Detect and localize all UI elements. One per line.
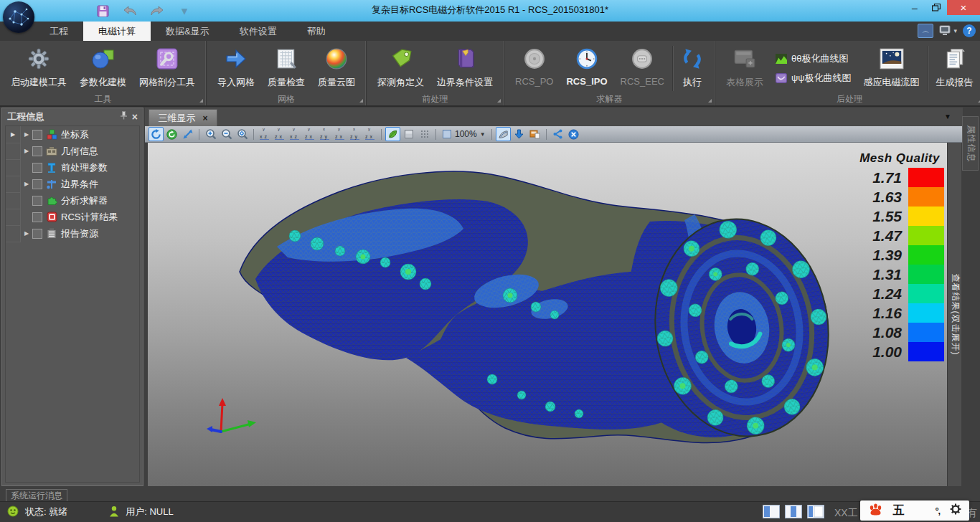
tree-item-geometry-info[interactable]: ▶ 几何信息 xyxy=(6,143,139,159)
tab-3d-display[interactable]: 三维显示 × xyxy=(149,109,217,126)
quality-cloud-button[interactable]: 质量云图 xyxy=(311,43,362,94)
help-button[interactable]: ? xyxy=(963,24,976,37)
view-orientation-button-2[interactable]: yzx xyxy=(273,127,287,141)
import-mesh-button[interactable]: 导入网格 xyxy=(211,43,261,94)
quick-access-more-button[interactable]: ▾ xyxy=(176,3,192,19)
probe-angle-button[interactable]: 探测角定义 xyxy=(371,43,430,94)
capture-window-button[interactable] xyxy=(527,127,542,141)
tree-checkbox[interactable] xyxy=(32,146,42,156)
system-messages-tab[interactable]: 系统运行消息 xyxy=(6,489,67,501)
ime-punctuation-button[interactable]: °, xyxy=(935,506,940,516)
launch-modeling-tool-button[interactable]: 启动建模工具 xyxy=(4,43,73,94)
pan-zoom-button[interactable] xyxy=(180,127,195,141)
view-orientation-button-7[interactable]: xzy xyxy=(348,127,362,141)
clear-view-button[interactable] xyxy=(566,127,581,141)
panel-close-button[interactable]: × xyxy=(132,111,138,123)
solver-rcs-ipo-button[interactable]: RCS_IPO xyxy=(560,43,613,94)
refresh-view-button[interactable] xyxy=(164,127,179,141)
shaded-view-button[interactable] xyxy=(385,127,400,141)
tab-em-computation[interactable]: 电磁计算 xyxy=(83,22,151,41)
zoom-level-dropdown[interactable]: 100% ▼ xyxy=(440,129,488,139)
ime-settings-gear-icon[interactable] xyxy=(950,503,961,518)
collapse-ribbon-button[interactable]: ︿ xyxy=(918,24,933,38)
tree-checkbox[interactable] xyxy=(32,130,42,140)
tab-data-display[interactable]: 数据&显示 xyxy=(151,22,225,41)
tree-item-label: 分析求解器 xyxy=(61,194,108,207)
tree-checkbox[interactable] xyxy=(32,229,42,239)
group-corner-arrow[interactable] xyxy=(199,99,203,103)
tree-checkbox[interactable] xyxy=(32,196,42,206)
expand-arrow[interactable]: ▶ xyxy=(21,148,32,154)
zoom-out-button[interactable] xyxy=(219,127,234,141)
tree-item-rcs-results[interactable]: RCS计算结果 xyxy=(6,209,139,225)
view-orientation-button-1[interactable]: yxz xyxy=(258,127,272,141)
expand-arrow[interactable]: ▶ xyxy=(21,181,32,187)
legend-swatch xyxy=(908,245,944,265)
redo-button[interactable] xyxy=(149,3,165,19)
meshing-tool-button[interactable]: 网格剖分工具 xyxy=(133,43,202,94)
view-orientation-button-5[interactable]: xzy xyxy=(318,127,332,141)
tree-item-preprocess-params[interactable]: 前处理参数 xyxy=(6,159,139,176)
group-corner-arrow[interactable] xyxy=(978,99,980,103)
solver-rcs-eec-button[interactable]: RCS_EEC xyxy=(614,43,671,94)
wireframe-view-button[interactable] xyxy=(401,127,416,141)
group-corner-arrow[interactable] xyxy=(497,99,501,103)
expand-arrow[interactable]: ▶ xyxy=(21,131,32,138)
psi-polarization-curve-button[interactable]: ψψ极化曲线图 xyxy=(776,72,852,85)
view-orientation-button-6[interactable]: yzx xyxy=(333,127,347,141)
undo-button[interactable] xyxy=(122,3,138,19)
ime-input-mode-button[interactable]: 五 xyxy=(893,503,905,518)
close-button[interactable]: × xyxy=(947,0,980,15)
share-export-button[interactable] xyxy=(550,127,565,141)
execute-button[interactable]: 执行 xyxy=(674,43,710,94)
legend-swatch xyxy=(908,284,944,303)
tree-item-report-resources[interactable]: ▶ 报告资源 xyxy=(6,225,139,242)
layout-left-panel-button[interactable] xyxy=(763,505,780,521)
zoom-dropdown-arrow[interactable]: ▼ xyxy=(480,131,486,138)
tab-settings[interactable]: 软件设置 xyxy=(225,22,292,41)
restore-button[interactable] xyxy=(925,0,947,15)
view-orientation-button-4[interactable]: yzx xyxy=(303,127,317,141)
zoom-in-button[interactable] xyxy=(203,127,218,141)
minimize-button[interactable]: – xyxy=(904,0,925,15)
tree-item-boundary-conditions[interactable]: ▶ 边界条件 xyxy=(6,176,139,192)
tree-item-analysis-solver[interactable]: 分析求解器 xyxy=(6,192,139,209)
layout-center-panel-button[interactable] xyxy=(785,505,802,521)
zoom-fit-button[interactable] xyxy=(235,127,250,141)
display-mode-dropdown-arrow[interactable]: ▾ xyxy=(953,27,957,34)
view-orientation-button-8[interactable]: yzx xyxy=(363,127,377,141)
tab-list-dropdown-arrow[interactable]: ▼ xyxy=(944,113,951,120)
induced-current-map-button[interactable]: 感应电磁流图 xyxy=(857,43,926,94)
pin-icon[interactable] xyxy=(120,111,128,122)
quality-check-button[interactable]: 质量检查 xyxy=(261,43,311,94)
properties-panel-tab[interactable]: 属性信息 xyxy=(962,116,979,171)
theta-polarization-curve-button[interactable]: θθ极化曲线图 xyxy=(776,52,852,65)
tree-item-coordinate-system[interactable]: ▶ ▶ 坐标系 xyxy=(6,126,139,143)
points-view-button[interactable] xyxy=(417,127,432,141)
tree-checkbox[interactable] xyxy=(32,163,42,173)
solver-rcs-po-button[interactable]: RCS_PO xyxy=(509,43,560,94)
group-corner-arrow[interactable] xyxy=(708,99,712,103)
tab-project[interactable]: 工程 xyxy=(34,22,83,41)
layout-bottom-panel-button[interactable] xyxy=(807,505,824,521)
mesh-display-button[interactable] xyxy=(496,127,511,141)
tree-checkbox[interactable] xyxy=(32,212,42,222)
tab-help[interactable]: 帮助 xyxy=(292,22,341,41)
tab-close-icon[interactable]: × xyxy=(202,113,207,123)
save-button[interactable] xyxy=(95,3,110,19)
tree-checkbox[interactable] xyxy=(32,179,42,189)
arrow-down-button[interactable] xyxy=(512,127,527,141)
generate-report-button[interactable]: 生成报告 xyxy=(930,43,980,94)
baidu-paw-icon[interactable] xyxy=(868,503,883,518)
rotate-view-button[interactable] xyxy=(149,127,164,141)
table-display-button[interactable]: 表格展示 xyxy=(720,43,770,94)
ime-night-mode-icon[interactable] xyxy=(915,504,925,518)
parametric-modeling-button[interactable]: 参数化建模 xyxy=(73,43,133,94)
display-mode-button[interactable]: ▾ xyxy=(939,25,957,37)
group-corner-arrow[interactable] xyxy=(359,99,363,103)
viewport-3d-canvas[interactable]: Mesh Quality 1.71 1.63 1.55 1.47 1.39 1.… xyxy=(148,143,947,486)
view-results-collapsed-bar[interactable]: 查看结果(双击展开) xyxy=(947,143,961,486)
expand-arrow[interactable]: ▶ xyxy=(21,230,32,237)
view-orientation-button-3[interactable]: yxz xyxy=(288,127,302,141)
boundary-settings-button[interactable]: 边界条件设置 xyxy=(430,43,499,94)
